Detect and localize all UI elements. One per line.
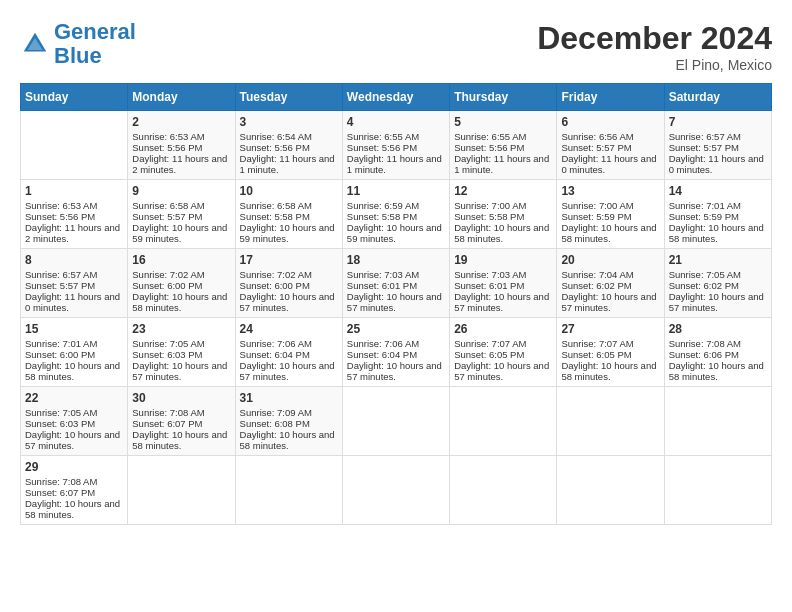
day-number: 12 <box>454 184 552 198</box>
day-info: Sunrise: 7:02 AM <box>132 269 230 280</box>
calendar-cell <box>128 456 235 525</box>
day-info: Sunset: 5:57 PM <box>132 211 230 222</box>
calendar-cell: 17Sunrise: 7:02 AMSunset: 6:00 PMDayligh… <box>235 249 342 318</box>
day-info: Daylight: 11 hours and 0 minutes. <box>25 291 123 313</box>
day-info: Sunset: 6:00 PM <box>240 280 338 291</box>
weekday-header-friday: Friday <box>557 84 664 111</box>
day-info: Daylight: 10 hours and 58 minutes. <box>25 498 123 520</box>
day-number: 19 <box>454 253 552 267</box>
day-info: Sunset: 5:58 PM <box>240 211 338 222</box>
week-row-5: 22Sunrise: 7:05 AMSunset: 6:03 PMDayligh… <box>21 387 772 456</box>
calendar-cell: 14Sunrise: 7:01 AMSunset: 5:59 PMDayligh… <box>664 180 771 249</box>
day-number: 10 <box>240 184 338 198</box>
day-info: Sunset: 6:07 PM <box>132 418 230 429</box>
day-info: Daylight: 10 hours and 58 minutes. <box>669 222 767 244</box>
calendar-cell: 30Sunrise: 7:08 AMSunset: 6:07 PMDayligh… <box>128 387 235 456</box>
day-info: Sunrise: 7:07 AM <box>561 338 659 349</box>
calendar-cell <box>664 456 771 525</box>
calendar-cell: 24Sunrise: 7:06 AMSunset: 6:04 PMDayligh… <box>235 318 342 387</box>
day-info: Daylight: 10 hours and 58 minutes. <box>454 222 552 244</box>
day-info: Sunset: 5:56 PM <box>25 211 123 222</box>
day-info: Sunrise: 7:00 AM <box>561 200 659 211</box>
day-info: Sunset: 6:00 PM <box>132 280 230 291</box>
day-info: Daylight: 11 hours and 1 minute. <box>347 153 445 175</box>
calendar-cell: 12Sunrise: 7:00 AMSunset: 5:58 PMDayligh… <box>450 180 557 249</box>
day-number: 22 <box>25 391 123 405</box>
day-number: 23 <box>132 322 230 336</box>
day-info: Daylight: 10 hours and 57 minutes. <box>669 291 767 313</box>
day-info: Sunset: 6:03 PM <box>25 418 123 429</box>
day-info: Daylight: 11 hours and 0 minutes. <box>669 153 767 175</box>
day-number: 15 <box>25 322 123 336</box>
day-info: Daylight: 11 hours and 1 minute. <box>240 153 338 175</box>
day-info: Daylight: 11 hours and 2 minutes. <box>132 153 230 175</box>
day-info: Sunset: 5:59 PM <box>669 211 767 222</box>
day-info: Daylight: 10 hours and 57 minutes. <box>347 360 445 382</box>
day-info: Daylight: 11 hours and 2 minutes. <box>25 222 123 244</box>
calendar-cell: 16Sunrise: 7:02 AMSunset: 6:00 PMDayligh… <box>128 249 235 318</box>
weekday-header-monday: Monday <box>128 84 235 111</box>
day-number: 7 <box>669 115 767 129</box>
calendar-cell: 27Sunrise: 7:07 AMSunset: 6:05 PMDayligh… <box>557 318 664 387</box>
calendar-cell: 10Sunrise: 6:58 AMSunset: 5:58 PMDayligh… <box>235 180 342 249</box>
calendar-cell: 19Sunrise: 7:03 AMSunset: 6:01 PMDayligh… <box>450 249 557 318</box>
calendar-cell <box>235 456 342 525</box>
day-info: Sunset: 6:05 PM <box>454 349 552 360</box>
calendar-cell: 15Sunrise: 7:01 AMSunset: 6:00 PMDayligh… <box>21 318 128 387</box>
calendar-cell: 9Sunrise: 6:58 AMSunset: 5:57 PMDaylight… <box>128 180 235 249</box>
calendar-cell: 18Sunrise: 7:03 AMSunset: 6:01 PMDayligh… <box>342 249 449 318</box>
day-number: 21 <box>669 253 767 267</box>
day-info: Daylight: 10 hours and 58 minutes. <box>561 360 659 382</box>
day-info: Daylight: 10 hours and 58 minutes. <box>240 429 338 451</box>
day-info: Sunset: 6:00 PM <box>25 349 123 360</box>
calendar-cell <box>342 387 449 456</box>
calendar-cell <box>342 456 449 525</box>
day-info: Daylight: 10 hours and 59 minutes. <box>347 222 445 244</box>
day-info: Sunrise: 7:05 AM <box>669 269 767 280</box>
day-number: 31 <box>240 391 338 405</box>
day-info: Daylight: 10 hours and 57 minutes. <box>240 291 338 313</box>
day-info: Sunrise: 7:01 AM <box>25 338 123 349</box>
calendar-cell: 28Sunrise: 7:08 AMSunset: 6:06 PMDayligh… <box>664 318 771 387</box>
day-info: Sunset: 5:56 PM <box>240 142 338 153</box>
day-info: Sunset: 6:01 PM <box>454 280 552 291</box>
day-info: Sunrise: 6:54 AM <box>240 131 338 142</box>
logo-text: GeneralBlue <box>54 20 136 68</box>
day-number: 17 <box>240 253 338 267</box>
day-info: Sunset: 6:06 PM <box>669 349 767 360</box>
calendar-cell <box>450 387 557 456</box>
calendar-cell <box>21 111 128 180</box>
day-info: Sunrise: 7:03 AM <box>347 269 445 280</box>
day-info: Sunset: 6:05 PM <box>561 349 659 360</box>
day-info: Daylight: 10 hours and 57 minutes. <box>454 360 552 382</box>
calendar-cell: 2Sunrise: 6:53 AMSunset: 5:56 PMDaylight… <box>128 111 235 180</box>
day-number: 13 <box>561 184 659 198</box>
day-number: 27 <box>561 322 659 336</box>
calendar-cell: 3Sunrise: 6:54 AMSunset: 5:56 PMDaylight… <box>235 111 342 180</box>
day-info: Daylight: 10 hours and 59 minutes. <box>132 222 230 244</box>
week-row-1: 2Sunrise: 6:53 AMSunset: 5:56 PMDaylight… <box>21 111 772 180</box>
day-number: 5 <box>454 115 552 129</box>
day-info: Sunset: 5:59 PM <box>561 211 659 222</box>
day-info: Sunset: 5:56 PM <box>347 142 445 153</box>
day-number: 14 <box>669 184 767 198</box>
weekday-header-saturday: Saturday <box>664 84 771 111</box>
day-number: 11 <box>347 184 445 198</box>
day-info: Daylight: 10 hours and 57 minutes. <box>25 429 123 451</box>
week-row-3: 8Sunrise: 6:57 AMSunset: 5:57 PMDaylight… <box>21 249 772 318</box>
calendar-cell: 21Sunrise: 7:05 AMSunset: 6:02 PMDayligh… <box>664 249 771 318</box>
calendar-cell: 22Sunrise: 7:05 AMSunset: 6:03 PMDayligh… <box>21 387 128 456</box>
location: El Pino, Mexico <box>537 57 772 73</box>
day-info: Daylight: 11 hours and 0 minutes. <box>561 153 659 175</box>
day-info: Sunset: 6:03 PM <box>132 349 230 360</box>
day-info: Daylight: 10 hours and 58 minutes. <box>25 360 123 382</box>
day-info: Sunset: 5:57 PM <box>25 280 123 291</box>
day-info: Daylight: 10 hours and 59 minutes. <box>240 222 338 244</box>
week-row-2: 1Sunrise: 6:53 AMSunset: 5:56 PMDaylight… <box>21 180 772 249</box>
day-info: Sunrise: 7:08 AM <box>669 338 767 349</box>
week-row-6: 29Sunrise: 7:08 AMSunset: 6:07 PMDayligh… <box>21 456 772 525</box>
day-info: Sunset: 6:01 PM <box>347 280 445 291</box>
day-info: Sunrise: 6:53 AM <box>25 200 123 211</box>
day-info: Sunrise: 7:05 AM <box>25 407 123 418</box>
day-info: Sunrise: 6:53 AM <box>132 131 230 142</box>
